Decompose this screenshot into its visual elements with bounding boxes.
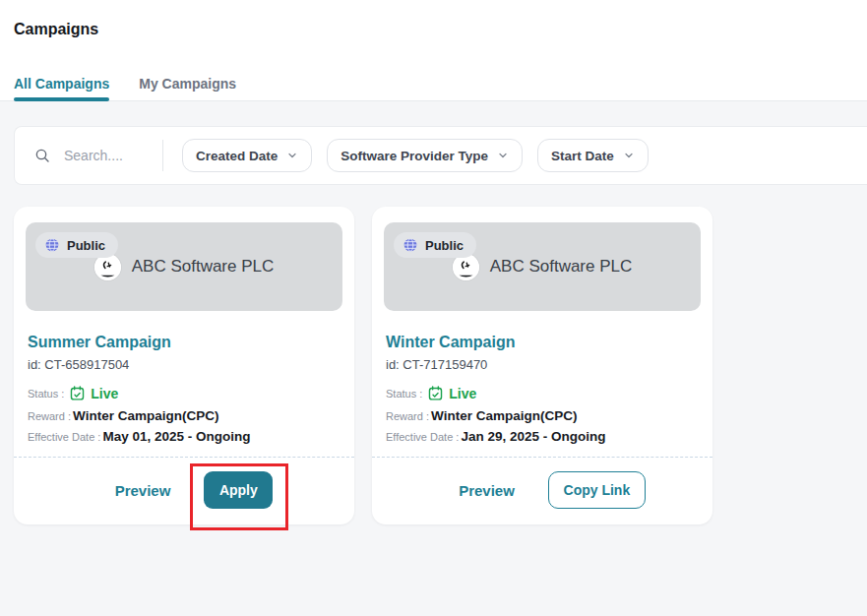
status-label: Status : xyxy=(386,388,422,400)
effective-date-row: Effective Date : Jan 29, 2025 - Ongoing xyxy=(386,429,605,444)
chevron-down-icon xyxy=(623,150,635,161)
filter-divider xyxy=(162,140,163,171)
start-date-filter-label: Start Date xyxy=(551,149,614,163)
company-name: ABC Software PLC xyxy=(132,257,275,277)
campaign-card-winter: Public ABC Software PLC Winter Campaign … xyxy=(372,207,712,524)
status-value: Live xyxy=(449,386,476,401)
card-actions: Preview Copy Link xyxy=(382,458,722,523)
created-date-filter[interactable]: Created Date xyxy=(182,139,312,172)
tab-all-campaigns-label: All Campaigns xyxy=(14,76,109,92)
effective-date-value: Jan 29, 2025 - Ongoing xyxy=(461,429,605,444)
visibility-badge-label: Public xyxy=(67,238,105,253)
filter-pills: Created Date Software Provider Type Star… xyxy=(182,139,649,172)
status-value: Live xyxy=(91,386,118,401)
reward-row: Reward : Winter Campaign(CPC) xyxy=(386,408,577,423)
campaign-card-summer: Public ABC Software PLC Summer Campaign … xyxy=(14,207,354,524)
tab-bar: All Campaigns My Campaigns xyxy=(14,76,236,100)
preview-link[interactable]: Preview xyxy=(459,482,515,499)
campaign-id: id: CT-658917504 xyxy=(28,357,129,372)
page-title: Campaigns xyxy=(14,21,98,38)
effective-date-row: Effective Date : May 01, 2025 - Ongoing xyxy=(28,429,250,444)
chevron-down-icon xyxy=(286,150,298,161)
effective-date-label: Effective Date : xyxy=(28,431,100,443)
card-header-banner: Public ABC Software PLC xyxy=(26,222,342,311)
reward-label: Reward : xyxy=(28,410,71,422)
visibility-badge-label: Public xyxy=(425,238,464,253)
copy-link-button[interactable]: Copy Link xyxy=(548,471,646,509)
globe-icon xyxy=(44,237,60,253)
start-date-filter[interactable]: Start Date xyxy=(537,139,649,172)
search-icon xyxy=(34,148,50,163)
chevron-down-icon xyxy=(497,150,509,161)
preview-link[interactable]: Preview xyxy=(115,482,171,499)
tabs-divider xyxy=(0,100,867,101)
status-label: Status : xyxy=(28,388,64,400)
card-actions: Preview Apply xyxy=(24,458,364,523)
filter-bar: Created Date Software Provider Type Star… xyxy=(14,126,867,185)
search-input[interactable] xyxy=(62,147,164,164)
software-provider-type-filter-label: Software Provider Type xyxy=(341,149,488,163)
reward-row: Reward : Winter Campaign(CPC) xyxy=(28,408,218,423)
campaign-id: id: CT-717159470 xyxy=(386,357,487,372)
globe-icon xyxy=(403,237,418,253)
effective-date-value: May 01, 2025 - Ongoing xyxy=(102,429,250,444)
visibility-badge: Public xyxy=(394,232,476,258)
campaign-title-link[interactable]: Winter Campaign xyxy=(386,334,515,351)
tab-my-campaigns[interactable]: My Campaigns xyxy=(139,76,236,100)
apply-button[interactable]: Apply xyxy=(204,471,273,509)
created-date-filter-label: Created Date xyxy=(196,149,278,163)
calendar-check-icon xyxy=(69,385,86,401)
active-tab-underline xyxy=(14,97,109,101)
tab-my-campaigns-label: My Campaigns xyxy=(139,76,236,92)
effective-date-label: Effective Date : xyxy=(386,431,459,443)
campaign-title-link[interactable]: Summer Campaign xyxy=(28,334,171,351)
tab-all-campaigns[interactable]: All Campaigns xyxy=(14,76,109,100)
reward-label: Reward : xyxy=(386,410,429,422)
status-row: Status : Live xyxy=(28,385,118,401)
card-header-banner: Public ABC Software PLC xyxy=(384,222,701,311)
visibility-badge: Public xyxy=(35,232,118,258)
reward-value: Winter Campaign(CPC) xyxy=(73,408,218,423)
reward-value: Winter Campaign(CPC) xyxy=(431,408,577,423)
calendar-check-icon xyxy=(427,385,444,401)
status-row: Status : Live xyxy=(386,385,476,401)
company-name: ABC Software PLC xyxy=(490,257,633,277)
search-box[interactable] xyxy=(15,147,162,164)
software-provider-type-filter[interactable]: Software Provider Type xyxy=(327,139,523,172)
